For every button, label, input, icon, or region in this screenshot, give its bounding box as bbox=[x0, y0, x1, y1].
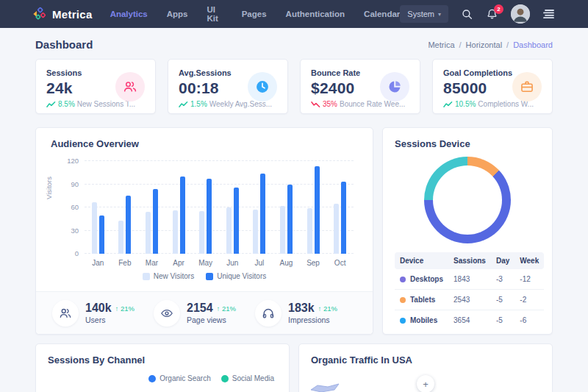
bar-unique-visitors bbox=[126, 196, 131, 254]
x-tick-label: May bbox=[192, 259, 219, 267]
breadcrumb-item-dashboard[interactable]: Dashboard bbox=[513, 40, 553, 49]
donut-chart bbox=[424, 157, 511, 243]
map-zoom-in-button[interactable]: + bbox=[417, 375, 434, 392]
footer-stat-value: 140k bbox=[85, 302, 112, 315]
device-dot bbox=[400, 277, 406, 282]
audience-overview-card: Audience Overview Visitors 0306090120 bbox=[35, 127, 373, 335]
nav-item-analytics[interactable]: Analytics bbox=[110, 10, 148, 18]
device-table: DeviceSassionsDayWeek Desktops 1843 -3 -… bbox=[395, 252, 544, 330]
chart-legend: New VisitorsUnique Visitors bbox=[51, 272, 358, 280]
bar-unique-visitors bbox=[260, 174, 265, 254]
x-tick-label: Aug bbox=[273, 259, 300, 267]
pie-chart-icon bbox=[380, 72, 409, 101]
headphones-icon bbox=[255, 300, 282, 327]
brand-name: Metrica bbox=[52, 8, 93, 21]
legend-item-new-visitors[interactable]: New Visitors bbox=[143, 272, 194, 280]
device-table-header-device: Device bbox=[395, 252, 448, 269]
bar-unique-visitors bbox=[341, 182, 346, 254]
bar-new-visitors bbox=[226, 207, 232, 254]
trend-percent: 35% bbox=[323, 100, 337, 108]
nav-item-authentication[interactable]: Authentication bbox=[286, 10, 345, 18]
page-title: Dashboard bbox=[35, 38, 93, 51]
sessions-device-title: Sessions Device bbox=[395, 138, 540, 149]
legend-dot bbox=[221, 375, 229, 382]
audience-overview-footer: 140k ↑ 21% Users 2154 ↑ 21% Page views 1… bbox=[36, 291, 373, 334]
trend-percent: 1.5% bbox=[190, 100, 207, 108]
bar-group-feb bbox=[112, 161, 139, 254]
bar-group-apr bbox=[165, 161, 193, 254]
y-tick-label: 60 bbox=[60, 203, 79, 211]
bar-group-jul bbox=[246, 161, 273, 254]
main-nav: AnalyticsAppsUI KitPagesAuthenticationCa… bbox=[110, 5, 401, 23]
bar-new-visitors bbox=[307, 208, 312, 254]
topbar: Metrica AnalyticsAppsUI KitPagesAuthenti… bbox=[0, 0, 588, 28]
breadcrumb-item-horizontal[interactable]: Horizontal bbox=[466, 40, 503, 49]
organic-traffic-card: Organic Traffic In USA + bbox=[298, 343, 553, 392]
nav-item-calendar[interactable]: Calendar bbox=[364, 10, 400, 18]
donut-hole bbox=[433, 165, 502, 235]
bar-unique-visitors bbox=[207, 179, 212, 254]
y-tick-label: 0 bbox=[60, 249, 79, 257]
bar-new-visitors bbox=[118, 221, 123, 254]
device-table-header-sassions: Sassions bbox=[448, 252, 491, 269]
legend-item-organic-search[interactable]: Organic Search bbox=[148, 374, 210, 382]
metrica-logo-icon bbox=[32, 7, 47, 21]
device-table-header-day: Day bbox=[491, 252, 514, 269]
organic-traffic-title: Organic Traffic In USA bbox=[311, 354, 540, 366]
system-dropdown[interactable]: System ▾ bbox=[400, 5, 448, 23]
trend-up-icon bbox=[443, 101, 453, 108]
footer-stat-label: Users bbox=[85, 316, 135, 324]
y-tick-label: 30 bbox=[60, 227, 79, 235]
trend-up-icon bbox=[46, 101, 56, 108]
users-icon bbox=[115, 72, 145, 101]
y-axis-title: Visitors bbox=[45, 177, 53, 199]
trend-down-icon bbox=[311, 101, 320, 108]
legend-item-social-media[interactable]: Social Media bbox=[221, 374, 274, 382]
users-icon bbox=[52, 300, 79, 327]
notifications-bell-icon[interactable]: 2 bbox=[486, 8, 498, 21]
search-icon[interactable] bbox=[461, 8, 473, 21]
system-dropdown-label: System bbox=[407, 10, 434, 18]
channel-legend: Organic SearchSocial Media bbox=[48, 374, 277, 382]
x-tick-label: Feb bbox=[112, 259, 139, 267]
topbar-actions: System ▾ 2 bbox=[400, 4, 556, 24]
stat-card-goal-completions: Goal Completions 85000 10.5% Completions… bbox=[432, 59, 553, 114]
brand[interactable]: Metrica bbox=[32, 7, 93, 21]
bar-unique-visitors bbox=[287, 185, 293, 254]
bar-unique-visitors bbox=[153, 189, 158, 254]
bar-unique-visitors bbox=[99, 215, 104, 254]
bar-new-visitors bbox=[280, 206, 285, 254]
trend-up-icon bbox=[179, 101, 188, 108]
bar-new-visitors bbox=[253, 210, 258, 254]
device-table-header: DeviceSassionsDayWeek bbox=[395, 252, 544, 269]
menu-toggle-icon[interactable] bbox=[542, 9, 556, 19]
chevron-down-icon: ▾ bbox=[438, 11, 441, 18]
footer-stat-change: ↑ 21% bbox=[217, 304, 236, 313]
nav-item-ui-kit[interactable]: UI Kit bbox=[207, 5, 223, 23]
eye-icon bbox=[154, 300, 180, 327]
sessions-device-donut-wrap bbox=[395, 157, 540, 243]
briefcase-icon bbox=[512, 72, 542, 101]
nav-item-apps[interactable]: Apps bbox=[167, 10, 188, 18]
bar-new-visitors bbox=[173, 210, 178, 254]
bar-new-visitors bbox=[334, 204, 339, 254]
breadcrumb-separator: / bbox=[459, 40, 462, 49]
device-table-header-week: Week bbox=[514, 252, 544, 269]
x-axis-labels: JanFebMarAprMayJunJulAugSepOct bbox=[85, 259, 354, 267]
notification-badge: 2 bbox=[494, 4, 503, 14]
usa-map-fragment bbox=[309, 382, 340, 392]
breadcrumb-item-metrica[interactable]: Metrica bbox=[428, 40, 454, 49]
x-tick-label: Jan bbox=[85, 259, 112, 267]
nav-item-pages[interactable]: Pages bbox=[242, 10, 267, 18]
legend-swatch bbox=[143, 273, 150, 280]
footer-stat-page-views: 2154 ↑ 21% Page views bbox=[154, 300, 255, 327]
legend-item-unique-visitors[interactable]: Unique Visitors bbox=[206, 272, 266, 280]
x-tick-label: Sep bbox=[300, 259, 327, 267]
trend-text: New Sessions T... bbox=[77, 100, 135, 108]
footer-stat-change: ↑ 21% bbox=[115, 304, 135, 313]
bars bbox=[85, 161, 354, 254]
bar-unique-visitors bbox=[180, 177, 185, 254]
table-row-tablets: Tablets 2543 -5 -2 bbox=[395, 290, 544, 310]
clock-icon bbox=[248, 72, 277, 101]
user-avatar[interactable] bbox=[511, 4, 530, 24]
